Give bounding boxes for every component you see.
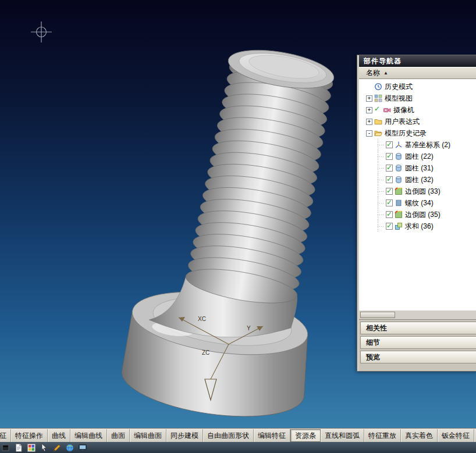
tree-item-user-expressions[interactable]: + 用户表达式 [359,116,476,127]
section-preview[interactable]: 预览 [360,351,476,363]
checkbox-checked-icon[interactable] [386,223,393,230]
toolbar-tab[interactable]: 曲面 [107,429,130,442]
tree-connector [378,174,385,186]
toolbar-tabs: 特征特征操作曲线编辑曲线曲面编辑曲面同步建模自由曲面形状编辑特征资源条直线和圆弧… [0,429,476,442]
datum-csys-icon [395,141,403,149]
pointer-icon[interactable] [40,443,49,452]
toolbar-tab[interactable]: 编辑曲面 [130,429,166,442]
scrollbar-thumb[interactable] [360,312,395,318]
cylinder-icon [395,176,403,184]
tree-item-label: 摄像机 [393,105,414,115]
window-icon[interactable] [1,443,10,452]
bolt-threads [183,53,335,310]
tree-item-label: 圆柱 (22) [405,152,434,162]
pen-icon[interactable] [52,443,62,452]
navigator-tree: 历史模式 + 模型视图 + 摄像机 + 用户表达式 [359,79,476,310]
tree-item-cylinder-31[interactable]: 圆柱 (31) [359,162,476,174]
edge-blend-icon [395,187,403,195]
wcs-x-label: XC [198,316,206,322]
name-column-header[interactable]: 名称 ▲ [359,67,476,79]
expander-spacer [366,84,372,90]
part-navigator-panel: 部件导航器 名称 ▲ 历史模式 + 模型视图 + 摄像机 [357,55,476,371]
navigator-sections: 相关性 细节 预览 [359,320,476,365]
tree-item-datum-csys[interactable]: 基准坐标系 (2) [359,139,476,151]
checkmark-icon [374,106,381,113]
tree-item-thread-34[interactable]: 螺纹 (34) [359,197,476,209]
sort-ascending-icon: ▲ [383,70,388,76]
tree-connector [378,139,385,151]
camera-icon [383,106,392,114]
cylinder-icon [395,152,403,160]
toolbar-tab[interactable]: 特征 [0,429,11,442]
section-details[interactable]: 细节 [360,336,476,349]
toolbar-tab[interactable]: 编辑曲线 [70,429,107,442]
column-header-label: 名称 [366,68,380,78]
collapse-minus-icon[interactable]: - [366,130,372,137]
tree-item-label: 边倒圆 (33) [405,187,441,197]
wcs-z-label: ZC [202,349,209,356]
checkbox-checked-icon[interactable] [386,176,393,183]
folder-open-icon [374,129,383,137]
toolbar-tab[interactable]: 特征操作 [11,429,48,442]
tree-item-label: 模型历史记录 [385,129,427,138]
toolbar-tab[interactable]: 编辑特征 [254,429,290,442]
toolbar-tab[interactable]: 资源条 [290,429,321,442]
expand-plus-icon[interactable]: + [366,119,372,125]
tree-item-label: 边倒圆 (35) [405,210,441,220]
toolbar-tab[interactable]: 钣金特征 [438,429,474,442]
tree-item-label: 圆柱 (31) [405,163,434,173]
tree-item-label: 求和 (36) [405,222,434,231]
panel-footer [359,365,476,371]
expand-plus-icon[interactable]: + [366,107,372,113]
tree-item-cylinder-32[interactable]: 圆柱 (32) [359,174,476,186]
tree-item-model-views[interactable]: + 模型视图 [359,92,476,104]
tree-item-cameras[interactable]: + 摄像机 [359,104,476,116]
tree-connector [378,209,385,220]
tree-item-label: 模型视图 [385,94,413,104]
status-icon-bar [0,442,476,453]
toolbar-tab[interactable]: 同步建模 [166,429,203,442]
checkbox-checked-icon[interactable] [386,211,393,218]
tree-item-cylinder-22[interactable]: 圆柱 (22) [359,151,476,162]
tree-item-label: 历史模式 [385,82,413,92]
tree-item-unite-36[interactable]: 求和 (36) [359,220,476,232]
origin-crosshair-icon [31,22,52,42]
toolbar-tab[interactable]: 自由曲面形状 [203,429,254,442]
tree-item-label: 用户表达式 [385,117,420,127]
display-icon[interactable] [78,443,87,452]
tree-item-label: 圆柱 (32) [405,175,434,185]
tree-connector [378,151,385,162]
checkbox-checked-icon[interactable] [386,165,393,172]
tree-item-label: 螺纹 (34) [405,198,434,208]
tree-item-label: 基准坐标系 (2) [405,140,450,150]
tree-item-model-history[interactable]: - 模型历史记录 [359,127,476,139]
wcs-y-label: Y [247,325,251,331]
checkbox-checked-icon[interactable] [386,188,393,195]
checkbox-checked-icon[interactable] [386,199,393,206]
cylinder-icon [395,164,403,172]
horizontal-scrollbar[interactable] [359,310,476,320]
globe-icon[interactable] [65,443,74,452]
thread-icon [395,199,403,207]
toolbar-tab[interactable]: 曲线 [48,429,70,442]
tree-item-history-mode[interactable]: 历史模式 [359,81,476,92]
bolt-model[interactable] [122,43,336,416]
edge-blend-icon [395,211,403,219]
tree-connector [378,162,385,174]
model-views-icon [374,94,383,102]
folder-icon [374,117,383,126]
clock-icon [374,83,383,91]
tree-item-edge-blend-33[interactable]: 边倒圆 (33) [359,186,476,197]
document-icon[interactable] [14,443,23,452]
panel-title: 部件导航器 [359,55,476,67]
section-dependencies[interactable]: 相关性 [360,322,476,334]
checkbox-checked-icon[interactable] [386,141,393,148]
toolbar-tab[interactable]: 真实着色 [401,429,438,442]
palette-icon[interactable] [27,443,36,452]
tree-item-edge-blend-35[interactable]: 边倒圆 (35) [359,209,476,220]
toolbar-tab[interactable]: 直线和圆弧 [321,429,364,442]
checkbox-checked-icon[interactable] [386,153,393,160]
toolbar-tab[interactable]: 特征重放 [364,429,401,442]
expand-plus-icon[interactable]: + [366,95,372,102]
unite-icon [395,222,403,230]
